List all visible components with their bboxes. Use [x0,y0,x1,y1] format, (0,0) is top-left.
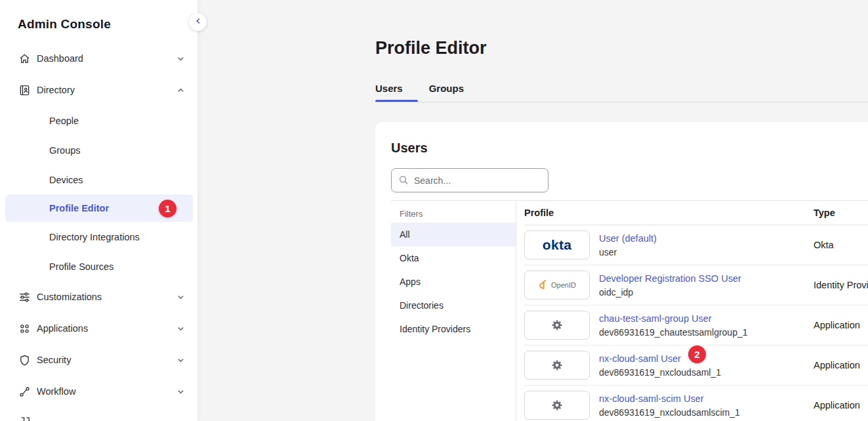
sidebar-item-label: Profile Editor [49,203,109,213]
table-row: nx-cloud-saml-scim User dev86931619_nxcl… [524,386,868,421]
sidebar-item-label: Applications [37,323,176,334]
sidebar-collapse-button[interactable] [189,13,207,31]
profiles-table: Profile Type okta User (default) user [516,201,868,421]
reports-icon [19,416,31,421]
apps-grid-icon [18,322,31,335]
type-cell: Okta [814,240,868,250]
profile-subtitle: user [599,247,657,257]
profile-cell: nx-cloud-saml-scim User dev86931619_nxcl… [524,391,814,420]
workflow-icon [18,385,31,398]
filter-okta[interactable]: Okta [391,246,516,270]
table-header: Profile Type [524,201,868,225]
sidebar-item-groups[interactable]: Groups [0,135,198,165]
annotation-badge-1: 1 [159,200,176,217]
chevron-up-icon [176,85,185,95]
search-box [391,168,548,192]
type-cell: Application [814,360,868,370]
profile-cell: nx-cloud-saml User dev86931619_nxcloudsa… [524,351,814,380]
profile-subtitle: dev86931619_nxcloudsamlscim_1 [599,407,740,418]
sidebar-item-applications[interactable]: Applications [0,313,198,344]
type-cell: Application [814,320,868,330]
profile-subtitle: dev86931619_chautestsamlgroup_1 [599,327,748,338]
table-row: chau-test-saml-group User dev86931619_ch… [524,305,868,345]
page-title: Profile Editor [375,38,487,58]
chevron-left-icon [194,17,202,27]
sidebar-item-label: Devices [49,175,83,185]
sidebar-item-label: Directory [37,85,176,95]
chevron-down-icon [176,292,185,301]
sidebar-item-security[interactable]: Security [0,344,198,376]
gear-icon [524,311,590,340]
sidebar-item-label: Profile Sources [49,261,114,272]
sidebar-item-directory[interactable]: Directory [0,74,198,106]
sidebar-item-devices[interactable]: Devices [0,165,198,194]
filter-apps[interactable]: Apps [391,270,516,294]
column-header-type: Type [814,208,868,218]
gear-icon [524,391,590,420]
gear-icon [524,351,590,380]
directory-icon [18,83,31,97]
main-content: Profile Editor Users Groups Users Filter… [198,0,868,421]
chevron-down-icon [176,387,185,396]
type-cell: Identity Provider [814,280,868,290]
sidebar-nav: Dashboard Directory People Groups Device… [0,43,198,407]
profile-link[interactable]: User (default) [599,233,657,244]
sidebar-item-directory-integrations[interactable]: Directory Integrations [0,222,198,252]
filter-all[interactable]: All [391,223,516,246]
profile-subtitle: oidc_idp [599,287,741,298]
sidebar-item-label: Customizations [37,292,176,302]
search-icon [398,175,409,188]
sidebar-item-customizations[interactable]: Customizations [0,281,198,313]
openid-glyph-icon [538,279,548,291]
filter-directories[interactable]: Directories [391,294,516,317]
profile-link[interactable]: nx-cloud-saml-scim User [599,393,740,404]
okta-logo: okta [524,231,590,259]
users-panel: Users Filters All Okta Apps Directories … [375,122,868,421]
sidebar-item-label: Directory Integrations [49,232,140,242]
filters-column: Filters All Okta Apps Directories Identi… [391,201,516,421]
sidebar-item-profile-sources[interactable]: Profile Sources [0,252,198,281]
profile-cell: OpenID Developer Registration SSO User o… [524,271,814,299]
search-input[interactable] [391,168,548,192]
users-panel-title: Users [391,141,868,156]
openid-logo: OpenID [524,271,590,299]
annotation-badge-2: 2 [688,345,706,363]
sidebar-item-label: Dashboard [37,53,176,64]
profile-subtitle: dev86931619_nxcloudsaml_1 [599,367,721,378]
sidebar-item-dashboard[interactable]: Dashboard [0,43,198,74]
sidebar-item-workflow[interactable]: Workflow [0,376,198,407]
chevron-down-icon [176,54,185,63]
profile-link[interactable]: Developer Registration SSO User [599,273,741,284]
profile-cell: okta User (default) user [524,231,814,259]
app-title: Admin Console [18,17,111,32]
users-panel-body: Filters All Okta Apps Directories Identi… [391,200,868,421]
filter-identity-providers[interactable]: Identity Providers [391,317,516,341]
shield-icon [18,353,31,366]
table-row: okta User (default) user Okta [524,225,868,265]
tab-bar-divider [375,102,868,102]
sliders-icon [18,290,31,303]
filters-label: Filters [391,205,516,223]
sidebar-item-people[interactable]: People [0,106,198,135]
column-header-profile: Profile [524,208,814,218]
home-icon [18,52,31,65]
type-cell: Application [814,400,868,410]
profile-link[interactable]: chau-test-saml-group User [599,313,748,324]
chevron-down-icon [176,355,185,365]
sidebar-item-label: Groups [49,145,81,156]
profile-cell: chau-test-saml-group User dev86931619_ch… [524,311,814,340]
sidebar-item-label: Security [37,355,176,365]
sidebar-item-label: People [49,116,79,126]
sidebar-item-label: Workflow [37,386,176,397]
chevron-down-icon [176,324,185,333]
table-row: OpenID Developer Registration SSO User o… [524,265,868,305]
